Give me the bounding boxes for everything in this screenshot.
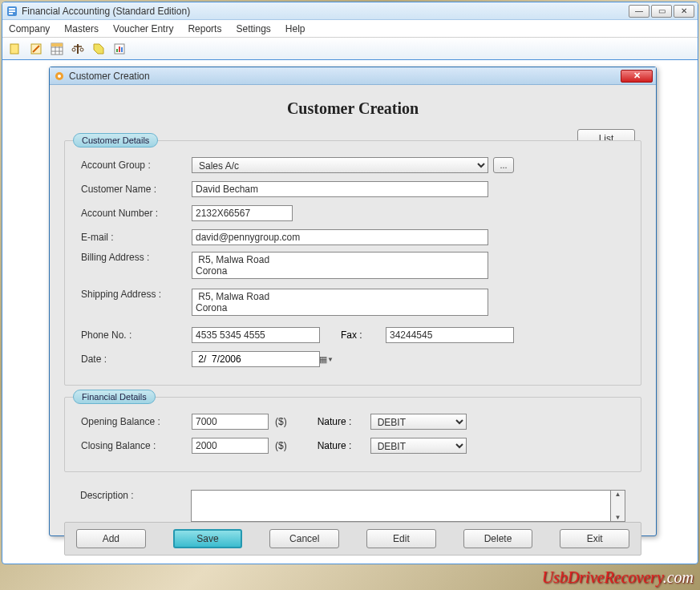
minimize-button[interactable]: — [629, 5, 649, 18]
customer-details-fieldset: Customer Details Account Group : Sales A… [64, 140, 641, 386]
toolbar-balance-icon[interactable] [70, 41, 86, 57]
date-picker[interactable]: ▦ ▼ [192, 351, 320, 367]
app-title: Financial Accounting (Standard Edition) [22, 6, 629, 17]
closing-nature-select[interactable]: DEBIT [370, 438, 467, 454]
save-button[interactable]: Save [173, 529, 243, 548]
email-label: E-mail : [81, 232, 192, 243]
app-icon [6, 5, 18, 18]
account-number-input[interactable] [192, 205, 293, 221]
scroll-down-icon[interactable]: ▼ [611, 514, 625, 521]
menu-masters[interactable]: Masters [64, 23, 99, 34]
opening-currency-label: ($) [275, 416, 287, 427]
svg-marker-17 [94, 44, 103, 54]
watermark: UsbDriveRecovery.com [542, 568, 694, 587]
edit-button[interactable]: Edit [366, 529, 436, 548]
svg-point-16 [80, 48, 83, 51]
customer-details-legend: Customer Details [73, 133, 158, 148]
financial-details-fieldset: Financial Details Opening Balance : ($) … [64, 397, 641, 472]
svg-rect-2 [9, 10, 15, 12]
toolbar-grid-icon[interactable] [49, 41, 65, 57]
svg-rect-21 [121, 47, 123, 52]
closing-balance-label: Closing Balance : [81, 440, 192, 451]
toolbar-new-icon[interactable] [7, 41, 23, 57]
opening-nature-select[interactable]: DEBIT [370, 414, 467, 430]
app-window: Financial Accounting (Standard Edition) … [2, 2, 698, 564]
description-label: Description : [80, 490, 191, 501]
account-group-select[interactable]: Sales A/c [192, 157, 488, 173]
svg-rect-12 [51, 43, 63, 46]
customer-creation-dialog: Customer Creation ✕ Customer Creation Li… [49, 67, 657, 536]
description-input[interactable] [191, 490, 611, 522]
financial-details-legend: Financial Details [73, 390, 156, 404]
window-controls: — ▭ ✕ [629, 5, 694, 18]
scroll-up-icon[interactable]: ▲ [611, 491, 625, 498]
billing-address-label: Billing Address : [81, 252, 192, 263]
billing-address-input[interactable]: R5, Malwa Road Corona [192, 252, 488, 279]
customer-name-input[interactable] [192, 181, 488, 197]
dialog-titlebar: Customer Creation ✕ [50, 67, 656, 85]
closing-currency-label: ($) [275, 440, 287, 451]
button-bar: Add Save Cancel Edit Delete Exit [64, 522, 641, 556]
account-number-label: Account Number : [81, 208, 192, 219]
menu-help[interactable]: Help [285, 23, 305, 34]
menu-settings[interactable]: Settings [236, 23, 270, 34]
toolbar-edit-icon[interactable] [28, 41, 44, 57]
date-input[interactable] [192, 354, 319, 365]
svg-rect-20 [119, 46, 120, 52]
app-titlebar: Financial Accounting (Standard Edition) … [2, 2, 698, 20]
opening-balance-label: Opening Balance : [81, 416, 192, 427]
dialog-icon [53, 70, 66, 83]
cancel-button[interactable]: Cancel [269, 529, 339, 548]
svg-point-15 [72, 48, 75, 51]
closing-nature-label: Nature : [318, 440, 370, 451]
svg-rect-3 [9, 13, 13, 14]
phone-label: Phone No. : [81, 329, 192, 341]
customer-name-label: Customer Name : [81, 184, 192, 195]
exit-button[interactable]: Exit [560, 529, 629, 548]
toolbar-report-icon[interactable] [111, 41, 127, 57]
menubar: Company Masters Voucher Entry Reports Se… [2, 20, 698, 38]
toolbar [2, 38, 698, 60]
description-scrollbar[interactable]: ▲ ▼ [611, 490, 625, 522]
calendar-icon[interactable]: ▦ [319, 354, 327, 365]
svg-rect-4 [10, 44, 18, 54]
add-button[interactable]: Add [76, 529, 146, 548]
page-title: Customer Creation [64, 99, 641, 118]
closing-balance-input[interactable] [192, 438, 269, 454]
menu-reports[interactable]: Reports [188, 23, 221, 34]
menu-company[interactable]: Company [9, 23, 50, 34]
opening-nature-label: Nature : [318, 416, 370, 427]
dialog-title: Customer Creation [69, 71, 621, 82]
delete-button[interactable]: Delete [463, 529, 533, 548]
opening-balance-input[interactable] [192, 414, 269, 430]
maximize-button[interactable]: ▭ [651, 5, 672, 18]
chevron-down-icon[interactable]: ▼ [327, 356, 334, 363]
account-group-browse-button[interactable]: ... [493, 157, 514, 173]
shipping-address-label: Shipping Address : [81, 289, 192, 300]
toolbar-tag-icon[interactable] [91, 41, 107, 57]
menu-voucher-entry[interactable]: Voucher Entry [113, 23, 173, 34]
email-input[interactable] [192, 229, 488, 245]
svg-rect-1 [9, 8, 15, 10]
phone-input[interactable] [192, 327, 320, 343]
date-label: Date : [81, 354, 192, 365]
dialog-body: Customer Creation List Customer Details … [50, 85, 656, 535]
fax-input[interactable] [386, 327, 514, 343]
account-group-label: Account Group : [81, 160, 192, 171]
close-button[interactable]: ✕ [674, 5, 694, 18]
dialog-close-button[interactable]: ✕ [621, 70, 653, 83]
fax-label: Fax : [341, 329, 386, 341]
svg-point-23 [58, 75, 61, 78]
svg-rect-19 [116, 49, 118, 52]
shipping-address-input[interactable]: R5, Malwa Road Corona [192, 289, 488, 316]
